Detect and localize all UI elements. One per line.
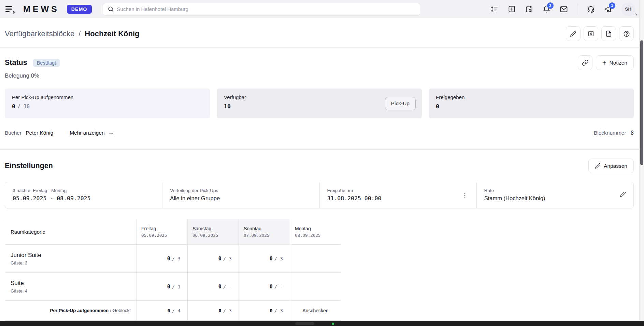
day-header-sonntag: Sonntag 07.09.2025	[239, 219, 290, 245]
nights-field: 3 nächte, Freitag - Montag 05.09.2025 - …	[5, 182, 162, 208]
table-header-row: Raumkategorie Freitag 05.09.2025 Samstag…	[5, 219, 341, 245]
day-header-montag: Montag 08.09.2025	[290, 219, 341, 245]
settings-title: Einstellungen	[5, 162, 53, 170]
mail-icon[interactable]	[560, 5, 568, 13]
help-button[interactable]	[619, 26, 634, 41]
support-headset-icon[interactable]	[587, 5, 595, 13]
arrow-right-icon: →	[108, 129, 114, 136]
mews-logo: MEWS	[23, 4, 59, 14]
status-section: Status Bestätigt + Notizen Belegung 0% P…	[0, 55, 644, 149]
available-card: Verfügbar 10 Pick-Up	[217, 89, 422, 118]
pencil-icon	[595, 163, 601, 169]
line-height-icon[interactable]	[490, 5, 498, 13]
adjust-label: Anpassen	[604, 163, 627, 169]
rate-edit-button[interactable]	[620, 191, 626, 199]
settings-section: Einstellungen Anpassen 3 nächte, Freitag…	[0, 159, 644, 321]
release-value: 31.08.2025 00:00	[327, 195, 469, 202]
release-label: Freigabe am	[327, 188, 469, 193]
pickup-button[interactable]: Pick-Up	[385, 97, 416, 110]
topbar-actions: 2 1 SH	[490, 2, 635, 16]
edit-block-button[interactable]	[566, 26, 581, 41]
occupancy-text: Belegung 0%	[5, 72, 634, 79]
availability-cell: 0/ 3	[239, 245, 290, 273]
table-row: Junior Suite Gäste: 3 0/ 3 0/ 3 0/ 3	[5, 245, 341, 273]
x-square-icon	[588, 30, 594, 37]
released-card: Freigegeben 0	[429, 89, 634, 118]
report-button[interactable]	[601, 26, 616, 41]
blocknumber-label: Blocknummer	[594, 130, 626, 136]
global-search[interactable]	[103, 3, 420, 16]
booker-row: Bucher Peter König Mehr anzeigen → Block…	[5, 129, 634, 149]
availability-cell: 0/ -	[188, 273, 239, 301]
page-title: Hochzeit König	[85, 29, 139, 38]
header-divider	[0, 47, 644, 48]
pickup-card-label: Per Pick-Up aufgenommen	[12, 94, 203, 100]
notifications-bell-icon[interactable]: 2	[542, 5, 550, 13]
pencil-icon	[620, 191, 626, 198]
cancel-block-button[interactable]	[584, 26, 598, 41]
day-header-samstag: Samstag 06.09.2025	[188, 219, 239, 245]
announcements-megaphone-icon[interactable]: 1	[604, 5, 612, 13]
table-row: Suite Gäste: 4 0/ 1 0/ - 0/ -	[5, 273, 341, 301]
footer-label-cell: Per Pick-Up aufgenommen/ Geblockt	[5, 301, 137, 321]
nights-label: 3 nächte, Freitag - Montag	[13, 188, 155, 193]
demo-badge: DEMO	[67, 5, 92, 14]
megaphone-badge: 1	[609, 2, 615, 9]
show-more-label: Mehr anzeigen	[70, 130, 105, 136]
booker-link[interactable]: Peter König	[26, 130, 53, 136]
pickup-card-suffix: / 10	[17, 104, 30, 110]
distribution-field: Verteilung der Pick-Ups Alle in einer Gr…	[162, 182, 319, 208]
footer-total-cell: 0/ 4	[137, 301, 188, 321]
document-icon	[605, 30, 612, 37]
availability-cell: 0/ 3	[188, 245, 239, 273]
topbar-divider	[577, 4, 577, 14]
taskbar-button[interactable]	[295, 322, 314, 325]
user-avatar[interactable]: SH	[621, 2, 635, 16]
add-icon[interactable]	[507, 5, 516, 13]
os-taskbar	[0, 321, 644, 326]
status-cards: Per Pick-Up aufgenommen 0/ 10 Verfügbar …	[5, 89, 634, 118]
availability-cell-empty	[290, 245, 341, 273]
search-icon	[108, 6, 114, 12]
distribution-label: Verteilung der Pick-Ups	[170, 188, 312, 193]
add-notes-button[interactable]: + Notizen	[596, 55, 634, 70]
breadcrumb-parent-link[interactable]: Verfügbarkeitsblöcke	[5, 29, 74, 38]
settings-strip: 3 nächte, Freitag - Montag 05.09.2025 - …	[5, 182, 634, 208]
booker-label: Bucher	[5, 130, 22, 136]
rate-field: Rate Stamm (Hochzeit König)	[476, 182, 633, 208]
search-input[interactable]	[117, 6, 415, 12]
copy-link-button[interactable]	[578, 55, 592, 70]
table-footer-row: Per Pick-Up aufgenommen/ Geblockt 0/ 4 0…	[5, 301, 341, 321]
link-icon	[582, 59, 588, 66]
taskbar-status-dot	[332, 323, 334, 325]
page-actions	[566, 26, 634, 41]
footer-total-cell: 0/ 3	[239, 301, 290, 321]
breadcrumb-separator: /	[78, 29, 81, 38]
question-circle-icon	[623, 30, 630, 37]
adjust-button[interactable]: Anpassen	[588, 159, 634, 173]
calendar-icon[interactable]	[525, 5, 533, 13]
kebab-menu-icon[interactable]: ⋮	[462, 192, 468, 199]
room-category-cell: Junior Suite Gäste: 3	[5, 245, 137, 273]
availability-cell: 0/ 1	[137, 273, 188, 301]
pencil-icon	[570, 30, 576, 37]
show-more-link[interactable]: Mehr anzeigen →	[70, 129, 114, 136]
released-card-label: Freigegeben	[436, 94, 627, 100]
add-notes-label: Notizen	[609, 60, 627, 66]
category-header: Raumkategorie	[5, 219, 137, 245]
pickup-card-value: 0	[12, 103, 15, 110]
main-menu-icon[interactable]	[5, 5, 14, 13]
checkout-cell: Auschecken	[290, 301, 341, 321]
section-divider	[0, 149, 644, 150]
pickup-card: Per Pick-Up aufgenommen 0/ 10	[5, 89, 210, 118]
scrollbar-thumb[interactable]	[640, 40, 643, 165]
footer-total-cell: 0/ 3	[188, 301, 239, 321]
distribution-value: Alle in einer Gruppe	[170, 195, 312, 202]
rate-label: Rate	[484, 188, 626, 193]
availability-cell-empty	[290, 273, 341, 301]
nights-value: 05.09.2025 - 08.09.2025	[13, 195, 155, 202]
released-card-value: 0	[436, 103, 439, 110]
mouse-cursor-icon	[634, 12, 639, 18]
blocknumber-value: 8	[631, 130, 634, 136]
release-field: Freigabe am 31.08.2025 00:00 ⋮	[319, 182, 476, 208]
